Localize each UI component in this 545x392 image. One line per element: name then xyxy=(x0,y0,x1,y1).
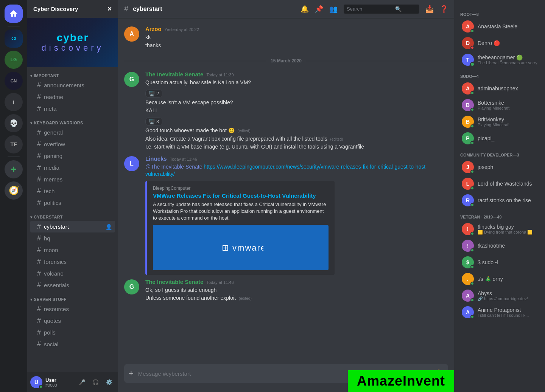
reaction-monitor-1[interactable]: 🖥️ 2 xyxy=(145,90,162,98)
channel-list: ▾ IMPORTANT # announcements # readme # m… xyxy=(27,67,118,372)
channel-readme[interactable]: # readme xyxy=(30,91,115,103)
member-joseph[interactable]: J joseph xyxy=(457,159,542,175)
avatar-bottersnike: B xyxy=(462,99,474,111)
message-text-thanks: thanks xyxy=(145,42,448,50)
status-indicator xyxy=(39,385,43,389)
channel-quotes[interactable]: # quotes xyxy=(30,315,115,327)
member-britmonkey[interactable]: B BritMonkey Playing Minecraft xyxy=(457,113,542,130)
server-list: cd LG GN j 💀 TF + 🧭 xyxy=(0,0,27,392)
channel-general[interactable]: # general xyxy=(30,127,115,138)
search-input[interactable] xyxy=(347,6,392,12)
members-icon[interactable]: 👥 xyxy=(329,5,338,13)
embed-title[interactable]: VMWare Releases Fix for Critical Guest-t… xyxy=(153,192,329,199)
current-user-avatar: U xyxy=(30,376,42,388)
channel-volcano[interactable]: # volcano xyxy=(30,268,115,279)
mute-button[interactable]: 🎤 xyxy=(76,376,88,388)
server-icon-5[interactable]: 💀 xyxy=(5,114,23,132)
notification-bell-icon[interactable]: 🔔 xyxy=(301,5,309,13)
channel-social[interactable]: # social xyxy=(30,338,115,350)
channel-hq[interactable]: # hq xyxy=(30,232,115,244)
timestamp-arzoo: Yesterday at 20:22 xyxy=(165,27,199,32)
channel-tech[interactable]: # tech xyxy=(30,185,115,197)
channel-moon[interactable]: # moon xyxy=(30,244,115,256)
message-group-linucks: L Linucks Today at 11:46 @The Inevitable… xyxy=(118,154,454,276)
member-ractf[interactable]: R ractf stonks on the rise xyxy=(457,192,542,209)
server-icon-2[interactable]: LG xyxy=(5,51,23,69)
member-picapi[interactable]: P picapi_ xyxy=(457,130,542,147)
members-category-sudo: SUDO—4 xyxy=(454,68,545,80)
members-sidebar: ROOT—3 A Anastasia Steele D Denro 🔴 T th… xyxy=(454,0,545,392)
channel-politics[interactable]: # politics xyxy=(30,197,115,209)
search-bar[interactable]: 🔍 xyxy=(344,5,419,14)
explore-servers-button[interactable]: 🧭 xyxy=(5,181,23,200)
channel-announcements[interactable]: # announcements xyxy=(30,79,115,91)
help-icon[interactable]: ❓ xyxy=(440,5,448,13)
embed-image: ⊞ vmware xyxy=(153,225,329,270)
member-orny[interactable]: . ./s 🎄 orny xyxy=(457,271,542,287)
member-thebeanogamer[interactable]: T thebeanogamer 🟢 The Liberal Democrats … xyxy=(457,51,542,68)
avatar-sudo-l: $ xyxy=(462,256,474,268)
server-separator-2 xyxy=(8,156,20,157)
discord-home-button[interactable] xyxy=(5,5,23,23)
message-text-linucks: @The Inevitable Senate https://www.bleep… xyxy=(145,163,448,178)
inbox-icon[interactable]: 📥 xyxy=(425,5,434,13)
server-icon-6[interactable]: TF xyxy=(5,135,23,153)
channel-cyberstart[interactable]: # cyberstart 👤 xyxy=(30,221,115,232)
message-group-senate-2: G The Inevitable Senate Today at 11:46 O… xyxy=(118,277,454,304)
member-sudo-l[interactable]: $ $ sudo -l xyxy=(457,254,542,271)
member-abyss[interactable]: A Abyss 🔗 https://tomburridge.dev/ xyxy=(457,287,542,304)
channel-overflow[interactable]: # overflow xyxy=(30,138,115,150)
avatar-adminabus: A xyxy=(462,82,474,95)
avatar-kashootme: ! xyxy=(462,240,474,252)
member-adminabus[interactable]: A adminabusophex xyxy=(457,80,542,97)
timestamp-senate-2: Today at 11:46 xyxy=(206,280,234,285)
date-divider: 15 March 2020 xyxy=(118,52,454,70)
members-category-community-dev: COMMUNITY DEVELOPER—3 xyxy=(454,147,545,159)
channel-forensics[interactable]: # forensics xyxy=(30,256,115,268)
message-group-senate-1: G The Inevitable Senate Today at 11:39 Q… xyxy=(118,70,454,153)
avatar-abyss: A xyxy=(462,290,474,302)
server-icon-3[interactable]: GN xyxy=(5,72,23,90)
user-panel: U User #0000 🎤 🎧 ⚙️ xyxy=(27,372,118,392)
cyber-discovery-server-icon[interactable]: cd xyxy=(5,29,23,48)
channel-memes[interactable]: # memes xyxy=(30,174,115,185)
member-bottersnike[interactable]: B Bottersnike Playing Minecraft xyxy=(457,97,542,113)
channel-media[interactable]: # media xyxy=(30,162,115,174)
category-keyboard-warriors[interactable]: ▾ KEYBOARD WARRIORS xyxy=(27,115,118,127)
message-text-escape: Because isn't a VM escape possible? xyxy=(145,99,448,107)
avatar-ractf: R xyxy=(462,194,474,206)
channel-polls[interactable]: # polls xyxy=(30,327,115,338)
add-attachment-button[interactable]: + xyxy=(129,364,134,383)
channel-sidebar: Cyber Discovery ✕ cyber discovery ▾ IMPO… xyxy=(27,0,118,392)
avatar-senate: G xyxy=(124,72,139,87)
message-text-bot: Good touch whoever made the bot 🙂 (edite… xyxy=(145,127,448,135)
messages-area: A Arzoo Yesterday at 20:22 kk thanks 15 … xyxy=(118,18,454,364)
author-linucks: Linucks xyxy=(145,155,167,162)
channel-essentials[interactable]: # essentials xyxy=(30,279,115,291)
channel-meta[interactable]: # meta xyxy=(30,103,115,115)
avatar-linucks: L xyxy=(124,156,139,171)
category-server-stuff[interactable]: ▾ SERVER STUFF xyxy=(27,291,118,303)
member-denro[interactable]: D Denro 🔴 xyxy=(457,35,542,51)
category-important[interactable]: ▾ IMPORTANT xyxy=(27,67,118,79)
category-cyberstart[interactable]: ▾ CYBERSTART xyxy=(27,209,118,221)
server-icon-4[interactable]: j xyxy=(5,93,23,111)
settings-button[interactable]: ⚙️ xyxy=(103,376,115,388)
pin-icon[interactable]: 📌 xyxy=(315,5,323,13)
member-anime-protagonist[interactable]: A Anime Protagonist I still can't tell i… xyxy=(457,304,542,321)
reaction-monitor-2[interactable]: 🖥️ 3 xyxy=(145,118,162,126)
server-header[interactable]: Cyber Discovery ✕ xyxy=(27,0,118,18)
server-banner: cyber discovery xyxy=(27,18,118,67)
search-icon: 🔍 xyxy=(395,6,402,12)
channel-resources[interactable]: # resources xyxy=(30,303,115,315)
embed-vmware: BleepingComputer VMWare Releases Fix for… xyxy=(145,181,335,275)
message-text-question: Questiom actually, how safe is Kali on a… xyxy=(145,79,448,87)
member-linucks-big[interactable]: ! !linucks big gay 🟨 Dying from that cor… xyxy=(457,221,542,237)
member-anastasia[interactable]: A Anastasia Steele xyxy=(457,18,542,35)
deafen-button[interactable]: 🎧 xyxy=(89,376,101,388)
member-kashootme[interactable]: ! !kashootme xyxy=(457,237,542,254)
add-server-button[interactable]: + xyxy=(5,160,23,178)
channel-gaming[interactable]: # gaming xyxy=(30,150,115,162)
avatar-britmonkey: B xyxy=(462,116,474,128)
member-lord-wastelands[interactable]: L Lord of the Wastelands xyxy=(457,175,542,192)
